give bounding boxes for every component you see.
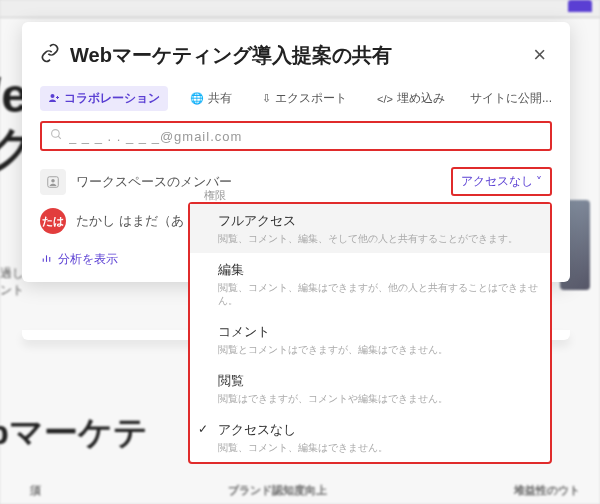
close-button[interactable]: ×	[527, 40, 552, 70]
person-plus-icon	[48, 92, 60, 106]
search-icon	[50, 128, 63, 144]
svg-point-4	[51, 179, 55, 183]
permissions-menu: 権限 フルアクセス 閲覧、コメント、編集、そして他の人と共有することができます。…	[188, 202, 552, 464]
search-field-wrap	[40, 121, 552, 151]
user-name: たかし はまだ（あ	[76, 212, 184, 230]
tab-export[interactable]: ⇩ エクスポート	[254, 86, 355, 111]
avatar: たは	[40, 208, 66, 234]
check-icon: ✓	[198, 422, 208, 436]
svg-line-2	[58, 136, 61, 139]
download-icon: ⇩	[262, 92, 271, 105]
svg-point-1	[52, 130, 60, 138]
bg-heading2: bマーケテ	[0, 410, 148, 456]
search-input[interactable]	[69, 129, 542, 144]
workspace-members-row[interactable]: ワークスペースのメンバー アクセスなし ˅	[22, 163, 570, 204]
tab-collaboration[interactable]: コラボレーション	[40, 86, 168, 111]
perm-view[interactable]: 閲覧 閲覧はできますが、コメントや編集はできません。	[190, 364, 550, 413]
tab-embed[interactable]: </> 埋め込み	[369, 86, 453, 111]
show-analytics-link[interactable]: 分析を表示	[40, 251, 118, 268]
publish-link[interactable]: サイトに公開...	[470, 90, 552, 107]
workspace-icon	[40, 169, 66, 195]
perm-edit[interactable]: 編集 閲覧、コメント、編集はできますが、他の人と共有することはできません。	[190, 253, 550, 315]
share-modal: Webマーケティング導入提案の共有 × コラボレーション 🌐 共有 ⇩ エクスポ…	[22, 22, 570, 282]
access-dropdown[interactable]: アクセスなし ˅	[451, 167, 552, 196]
tab-share[interactable]: 🌐 共有	[182, 86, 240, 111]
bg-sub: 過し ント	[0, 265, 24, 299]
modal-title: Webマーケティング導入提案の共有	[70, 42, 527, 69]
chart-icon	[40, 251, 53, 267]
code-icon: </>	[377, 93, 393, 105]
perm-full-access[interactable]: フルアクセス 閲覧、コメント、編集、そして他の人と共有することができます。	[190, 204, 550, 253]
perm-comment[interactable]: コメント 閲覧とコメントはできますが、編集はできません。	[190, 315, 550, 364]
link-icon	[40, 43, 60, 67]
bg-footer: 須 ブランド認知度向上 堆益性のウト	[30, 483, 580, 498]
globe-icon: 🌐	[190, 92, 204, 105]
svg-point-0	[51, 94, 55, 98]
chevron-down-icon: ˅	[536, 175, 542, 189]
perm-no-access[interactable]: ✓ アクセスなし 閲覧、コメント、編集はできません。	[190, 413, 550, 462]
